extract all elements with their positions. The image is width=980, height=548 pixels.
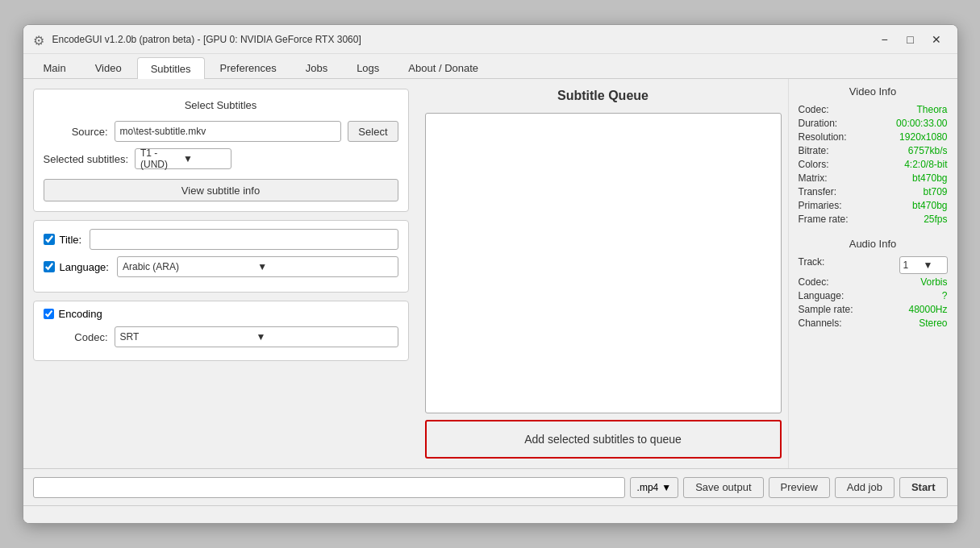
transfer-val: bt709	[923, 186, 947, 197]
codec-key: Codec:	[799, 104, 829, 115]
audio-track-arrow-icon: ▼	[924, 259, 944, 271]
selected-subtitles-row: Selected subtitles: T1 - (UND) ▼	[44, 148, 398, 169]
content-area: Select Subtitles Source: Select Selected…	[23, 79, 957, 468]
codec-value: SRT	[120, 331, 256, 342]
audio-language-row: Language: ?	[799, 290, 948, 301]
encoding-section: Encoding Codec: SRT ▼	[33, 301, 409, 361]
selected-subtitles-dropdown[interactable]: T1 - (UND) ▼	[135, 148, 231, 169]
audio-track-key: Track:	[799, 256, 825, 274]
audio-language-key: Language:	[799, 290, 844, 301]
title-row: Title:	[44, 229, 398, 250]
maximize-button[interactable]: □	[899, 31, 922, 48]
select-subtitles-title: Select Subtitles	[44, 99, 398, 111]
select-subtitles-box: Select Subtitles Source: Select Selected…	[33, 89, 409, 212]
tab-preferences[interactable]: Preferences	[206, 57, 290, 78]
info-row-transfer: Transfer: bt709	[799, 186, 948, 197]
view-info-button[interactable]: View subtitle info	[44, 179, 398, 201]
primaries-key: Primaries:	[799, 200, 842, 211]
language-value: Arabic (ARA)	[123, 261, 257, 272]
framerate-key: Frame rate:	[799, 214, 849, 225]
tab-logs[interactable]: Logs	[343, 57, 393, 78]
save-output-button[interactable]: Save output	[683, 477, 763, 498]
source-row: Source: Select	[44, 121, 398, 142]
select-file-button[interactable]: Select	[348, 121, 398, 142]
add-job-button[interactable]: Add job	[835, 477, 895, 498]
info-row-colors: Colors: 4:2:0/8-bit	[799, 159, 948, 170]
title-bar: ⚙ EncodeGUI v1.2.0b (patron beta) - [GPU…	[23, 25, 957, 54]
tab-subtitles[interactable]: Subtitles	[137, 57, 205, 79]
language-dropdown-arrow-icon: ▼	[257, 261, 392, 272]
codec-label: Codec:	[44, 331, 108, 343]
tab-about-donate[interactable]: About / Donate	[394, 57, 492, 78]
framerate-val: 25fps	[924, 214, 947, 225]
format-arrow-icon: ▼	[661, 482, 671, 493]
duration-key: Duration:	[799, 118, 838, 129]
transfer-key: Transfer:	[799, 186, 837, 197]
window-controls: − □ ✕	[874, 31, 948, 48]
audio-info-table: Track: 1 ▼ Codec: Vorbis Language: ? Sam…	[799, 256, 948, 329]
tab-video[interactable]: Video	[81, 57, 136, 78]
duration-val: 00:00:33.00	[896, 118, 947, 129]
encoding-header: Encoding	[44, 308, 398, 320]
dropdown-arrow-icon: ▼	[183, 153, 226, 164]
subtitle-queue-area	[425, 113, 782, 413]
title-label: Title:	[60, 234, 82, 246]
output-path-input[interactable]	[33, 477, 625, 498]
right-panel: Video Info Codec: Theora Duration: 00:00…	[788, 79, 957, 468]
format-label: .mp4	[637, 482, 659, 493]
tab-bar: Main Video Subtitles Preferences Jobs Lo…	[23, 54, 957, 79]
codec-dropdown-arrow-icon: ▼	[256, 331, 393, 342]
resolution-key: Resolution:	[799, 131, 847, 143]
audio-track-dropdown[interactable]: 1 ▼	[899, 256, 948, 274]
start-button[interactable]: Start	[899, 477, 948, 498]
resolution-val: 1920x1080	[899, 131, 947, 143]
selected-subtitles-value: T1 - (UND)	[140, 147, 183, 170]
info-row-codec: Codec: Theora	[799, 104, 948, 115]
language-label: Language:	[60, 261, 109, 273]
status-bar	[23, 505, 957, 523]
colors-val: 4:2:0/8-bit	[904, 159, 947, 170]
video-info-title: Video Info	[799, 85, 948, 98]
middle-panel: Subtitle Queue Add selected subtitles to…	[419, 79, 788, 468]
audio-codec-key: Codec:	[799, 276, 829, 288]
tab-main[interactable]: Main	[30, 57, 80, 78]
app-icon: ⚙	[33, 33, 46, 46]
format-dropdown-button[interactable]: .mp4 ▼	[630, 477, 679, 498]
subtitle-queue-title: Subtitle Queue	[425, 89, 782, 103]
audio-channels-val: Stereo	[919, 318, 947, 329]
matrix-val: bt470bg	[912, 172, 947, 184]
audio-track-value: 1	[903, 259, 924, 271]
audio-codec-row: Codec: Vorbis	[799, 276, 948, 288]
info-row-duration: Duration: 00:00:33.00	[799, 118, 948, 129]
add-to-queue-button[interactable]: Add selected subtitles to queue	[425, 420, 782, 459]
audio-samplerate-row: Sample rate: 48000Hz	[799, 304, 948, 315]
encoding-checkbox[interactable]	[44, 309, 54, 319]
matrix-key: Matrix:	[799, 172, 828, 184]
close-button[interactable]: ✕	[925, 31, 948, 48]
tab-jobs[interactable]: Jobs	[292, 57, 341, 78]
language-checkbox[interactable]	[44, 261, 55, 272]
selected-subtitles-label: Selected subtitles:	[44, 153, 129, 165]
audio-samplerate-val: 48000Hz	[908, 304, 947, 315]
footer: .mp4 ▼ Save output Preview Add job Start	[23, 468, 957, 505]
audio-channels-key: Channels:	[799, 318, 842, 329]
language-row: Language: Arabic (ARA) ▼	[44, 256, 398, 277]
info-row-matrix: Matrix: bt470bg	[799, 172, 948, 184]
title-checkbox[interactable]	[44, 234, 55, 245]
title-input[interactable]	[90, 229, 398, 250]
preview-button[interactable]: Preview	[769, 477, 830, 498]
source-label: Source:	[44, 126, 108, 138]
bitrate-val: 6757kb/s	[908, 145, 948, 156]
video-info-table: Codec: Theora Duration: 00:00:33.00 Reso…	[799, 104, 948, 225]
info-row-framerate: Frame rate: 25fps	[799, 214, 948, 225]
source-input[interactable]	[115, 121, 342, 142]
window-title: EncodeGUI v1.2.0b (patron beta) - [GPU 0…	[52, 34, 874, 45]
minimize-button[interactable]: −	[874, 31, 896, 48]
audio-channels-row: Channels: Stereo	[799, 318, 948, 329]
codec-dropdown[interactable]: SRT ▼	[115, 326, 398, 347]
audio-codec-val: Vorbis	[920, 276, 947, 288]
primaries-val: bt470bg	[912, 200, 947, 211]
codec-row: Codec: SRT ▼	[44, 326, 398, 347]
language-dropdown[interactable]: Arabic (ARA) ▼	[117, 256, 398, 277]
info-row-bitrate: Bitrate: 6757kb/s	[799, 145, 948, 156]
